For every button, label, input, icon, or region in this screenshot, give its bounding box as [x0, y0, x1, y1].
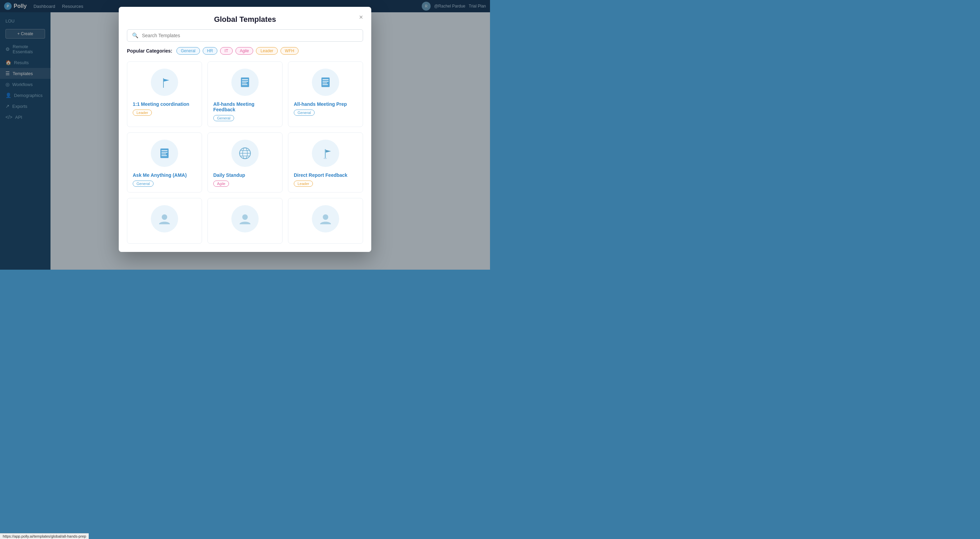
globe-icon-4: [237, 146, 253, 161]
template-name-1: All-hands Meeting Feedback: [213, 101, 277, 112]
svg-rect-2: [242, 79, 248, 80]
modal-close-button[interactable]: ×: [356, 12, 366, 22]
category-general[interactable]: General: [177, 47, 200, 54]
svg-rect-13: [161, 152, 167, 153]
template-tag-3: General: [133, 180, 154, 187]
template-icon-circle-3: [151, 140, 178, 167]
flag-icon-5: [318, 146, 333, 161]
svg-rect-6: [321, 78, 329, 87]
app-shell: P Polly Dashboard Resources R @Rachel Pa…: [0, 0, 490, 270]
svg-rect-4: [242, 83, 247, 83]
svg-rect-9: [323, 83, 327, 83]
svg-rect-1: [241, 78, 249, 87]
template-card-0[interactable]: 1:1 Meeting coordination Leader: [127, 61, 202, 127]
template-name-4: Daily Standup: [213, 172, 245, 178]
categories-label: Popular Categories:: [127, 48, 172, 54]
person-icon-7: [237, 211, 253, 226]
template-name-2: All-hands Meeting Prep: [294, 101, 347, 107]
svg-point-23: [162, 214, 167, 220]
svg-point-24: [242, 214, 248, 220]
svg-rect-0: [163, 78, 164, 88]
person-icon-8: [318, 211, 333, 226]
svg-rect-11: [161, 148, 169, 158]
template-icon-circle-5: [312, 140, 339, 167]
template-card-1[interactable]: All-hands Meeting Feedback General: [207, 61, 283, 127]
template-icon-wrap-4: [213, 140, 277, 167]
global-templates-modal: Global Templates × 🔍 Popular Categories:…: [119, 7, 371, 252]
svg-rect-7: [323, 79, 329, 80]
person-icon-6: [157, 211, 172, 226]
category-hr[interactable]: HR: [203, 47, 217, 54]
template-name-0: 1:1 Meeting coordination: [133, 101, 189, 107]
flag-icon-0: [157, 75, 172, 90]
svg-rect-3: [242, 81, 248, 81]
doc-icon-2: [318, 75, 333, 90]
svg-rect-5: [242, 85, 247, 85]
template-icon-wrap-5: [294, 140, 357, 167]
template-name-5: Direct Report Feedback: [294, 172, 347, 178]
category-leader[interactable]: Leader: [256, 47, 277, 54]
template-card-3[interactable]: Ask Me Anything (AMA) General: [127, 132, 202, 193]
template-tag-5: Leader: [294, 180, 313, 187]
template-icon-wrap-8: [294, 205, 357, 233]
template-tag-2: General: [294, 110, 315, 116]
modal-header: Global Templates ×: [119, 7, 371, 29]
template-icon-circle-2: [312, 69, 339, 96]
svg-rect-15: [161, 155, 167, 156]
svg-rect-10: [323, 85, 328, 85]
template-icon-wrap-6: [133, 205, 196, 233]
search-box: 🔍: [127, 29, 363, 41]
svg-rect-21: [325, 149, 326, 158]
modal-overlay: Global Templates × 🔍 Popular Categories:…: [0, 0, 490, 270]
template-icon-wrap-0: [133, 69, 196, 96]
template-icon-circle-8: [312, 205, 339, 233]
template-icon-wrap-1: [213, 69, 277, 96]
category-it[interactable]: IT: [220, 47, 233, 54]
categories-row: Popular Categories: General HR IT Agile …: [119, 47, 371, 61]
search-container: 🔍: [119, 29, 371, 47]
modal-title: Global Templates: [214, 15, 276, 24]
template-icon-circle-1: [231, 69, 259, 96]
doc-icon-1: [237, 75, 253, 90]
svg-point-25: [323, 214, 328, 220]
template-icon-circle-6: [151, 205, 178, 233]
template-name-3: Ask Me Anything (AMA): [133, 172, 187, 178]
template-tag-1: General: [213, 115, 234, 121]
svg-rect-14: [161, 154, 166, 154]
template-icon-wrap-3: [133, 140, 196, 167]
svg-point-22: [323, 158, 327, 159]
template-icon-wrap-7: [213, 205, 277, 233]
template-card-7[interactable]: [207, 198, 283, 244]
template-card-6[interactable]: [127, 198, 202, 244]
category-wfh[interactable]: WFH: [280, 47, 299, 54]
template-tag-0: Leader: [133, 110, 152, 116]
category-agile[interactable]: Agile: [235, 47, 253, 54]
template-grid: 1:1 Meeting coordination Leader: [119, 61, 371, 252]
template-card-5[interactable]: Direct Report Feedback Leader: [288, 132, 363, 193]
search-input[interactable]: [142, 33, 358, 38]
svg-rect-8: [323, 81, 329, 81]
template-icon-circle-4: [231, 140, 259, 167]
search-icon: 🔍: [132, 32, 138, 38]
template-card-8[interactable]: [288, 198, 363, 244]
template-card-2[interactable]: All-hands Meeting Prep General: [288, 61, 363, 127]
template-icon-circle-7: [231, 205, 259, 233]
template-tag-4: Agile: [213, 180, 229, 187]
svg-rect-12: [161, 150, 167, 151]
template-icon-wrap-2: [294, 69, 357, 96]
doc-icon-3: [157, 146, 172, 161]
template-card-4[interactable]: Daily Standup Agile: [207, 132, 283, 193]
template-icon-circle-0: [151, 69, 178, 96]
